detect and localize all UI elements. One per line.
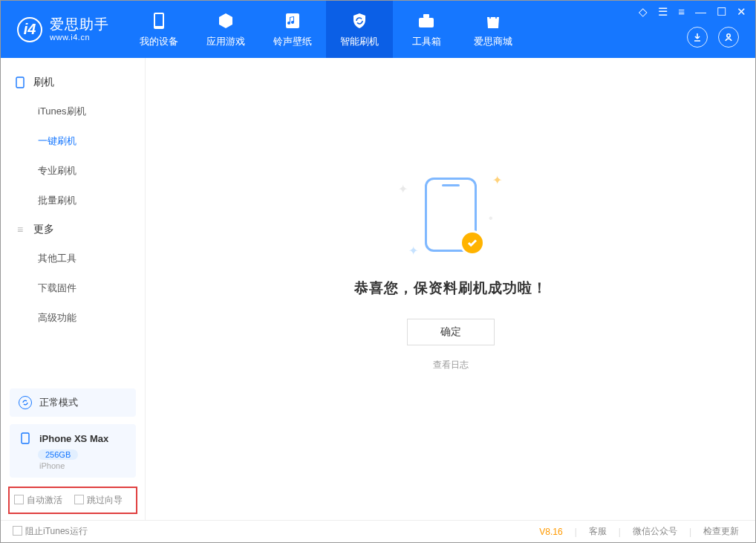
- sparkle-icon: ✦: [408, 244, 418, 258]
- footer-link-update[interactable]: 检查更新: [699, 525, 743, 538]
- nav-tab-label: 应用游戏: [206, 35, 245, 48]
- app-title: 爱思助手: [50, 17, 109, 33]
- app-subtitle: www.i4.cn: [50, 33, 109, 42]
- cube-icon: [216, 11, 235, 30]
- sidebar-item-other-tools[interactable]: 其他工具: [1, 244, 145, 273]
- sidebar: 刷机 iTunes刷机 一键刷机 专业刷机 批量刷机 ≡ 更多 其他工具 下载固…: [1, 58, 146, 520]
- success-check-icon: [460, 230, 485, 256]
- theme-icon[interactable]: ◇: [637, 5, 649, 19]
- close-button[interactable]: ✕: [735, 5, 748, 19]
- app-logo: i4 爱思助手 www.i4.cn: [1, 17, 126, 42]
- sparkle-icon: ✦: [492, 173, 502, 187]
- nav-tab-label: 铃声壁纸: [273, 35, 312, 48]
- sidebar-item-download-firmware[interactable]: 下载固件: [1, 273, 145, 303]
- nav-tab-label: 我的设备: [140, 35, 178, 48]
- footer-link-support[interactable]: 客服: [584, 525, 611, 538]
- user-button[interactable]: [718, 27, 739, 48]
- window-controls: ◇ ☰ ≡ — ☐ ✕: [637, 5, 748, 19]
- menu-icon[interactable]: ≡: [677, 5, 686, 19]
- sidebar-group-label: 刷机: [33, 76, 54, 89]
- footer: 阻止iTunes运行 V8.16 | 客服 | 微信公众号 | 检查更新: [1, 520, 755, 542]
- sparkle-icon: ✦: [398, 182, 408, 196]
- device-phone-icon: [19, 432, 32, 445]
- sidebar-item-batch-flash[interactable]: 批量刷机: [1, 186, 145, 215]
- sparkle-icon: •: [489, 212, 493, 225]
- svg-point-5: [727, 34, 730, 37]
- nav-tab-device[interactable]: 我的设备: [126, 1, 192, 58]
- flash-options-highlight: 自动激活 跳过向导: [8, 487, 137, 514]
- device-name: iPhone XS Max: [39, 433, 108, 444]
- sidebar-group-flash[interactable]: 刷机: [1, 68, 145, 97]
- sidebar-group-more[interactable]: ≡ 更多: [1, 215, 145, 244]
- nav-tab-ringtones[interactable]: 铃声壁纸: [259, 1, 326, 58]
- skip-setup-checkbox[interactable]: 跳过向导: [74, 494, 123, 507]
- phone-illustration: [425, 178, 477, 252]
- ok-button[interactable]: 确定: [407, 319, 495, 345]
- footer-link-wechat[interactable]: 微信公众号: [628, 525, 682, 538]
- view-log-link[interactable]: 查看日志: [433, 359, 469, 371]
- list-icon: ≡: [14, 224, 26, 235]
- settings-icon[interactable]: ☰: [656, 5, 669, 19]
- device-type: iPhone: [39, 461, 127, 470]
- nav-tabs: 我的设备 应用游戏 铃声壁纸 智能刷机 工具箱 爱思商城: [126, 1, 527, 58]
- maximize-button[interactable]: ☐: [715, 5, 728, 19]
- svg-rect-6: [16, 77, 24, 88]
- block-itunes-checkbox[interactable]: 阻止iTunes运行: [13, 525, 88, 538]
- music-note-icon: [283, 11, 302, 30]
- auto-activate-checkbox[interactable]: 自动激活: [14, 494, 62, 507]
- nav-tab-apps[interactable]: 应用游戏: [192, 1, 259, 58]
- phone-outline-icon: [14, 77, 26, 88]
- sidebar-item-advanced[interactable]: 高级功能: [1, 303, 145, 333]
- sidebar-item-itunes-flash[interactable]: iTunes刷机: [1, 97, 145, 126]
- nav-tab-flash[interactable]: 智能刷机: [326, 1, 393, 58]
- logo-icon: i4: [17, 17, 42, 42]
- app-header: i4 爱思助手 www.i4.cn 我的设备 应用游戏 铃声壁纸 智能刷机 工具…: [1, 1, 755, 58]
- minimize-button[interactable]: —: [694, 5, 708, 19]
- phone-icon: [149, 11, 169, 30]
- download-button[interactable]: [687, 27, 708, 48]
- svg-rect-2: [286, 13, 299, 28]
- device-storage-badge: 256GB: [38, 449, 78, 460]
- nav-tab-toolbox[interactable]: 工具箱: [393, 1, 460, 58]
- svg-rect-7: [22, 433, 29, 443]
- nav-tab-label: 工具箱: [412, 35, 441, 48]
- shopping-bag-icon: [483, 11, 503, 30]
- version-label: V8.16: [539, 527, 562, 537]
- nav-tab-label: 爱思商城: [474, 35, 512, 48]
- shield-sync-icon: [350, 11, 369, 30]
- sidebar-item-oneclick-flash[interactable]: 一键刷机: [1, 126, 145, 156]
- main-content: ✦ ✦ ✦ • 恭喜您，保资料刷机成功啦！ 确定 查看日志: [146, 58, 755, 520]
- mode-sync-icon: [19, 396, 32, 409]
- device-card[interactable]: iPhone XS Max 256GB iPhone: [10, 424, 136, 478]
- success-message: 恭喜您，保资料刷机成功啦！: [354, 279, 547, 298]
- mode-label: 正常模式: [39, 396, 78, 409]
- svg-rect-1: [155, 14, 163, 26]
- toolbox-icon: [417, 11, 436, 30]
- sidebar-item-pro-flash[interactable]: 专业刷机: [1, 156, 145, 186]
- svg-rect-4: [423, 14, 429, 18]
- mode-card[interactable]: 正常模式: [10, 388, 136, 417]
- nav-tab-store[interactable]: 爱思商城: [460, 1, 527, 58]
- sidebar-group-label: 更多: [33, 223, 54, 236]
- svg-rect-3: [419, 18, 434, 27]
- nav-tab-label: 智能刷机: [340, 35, 379, 48]
